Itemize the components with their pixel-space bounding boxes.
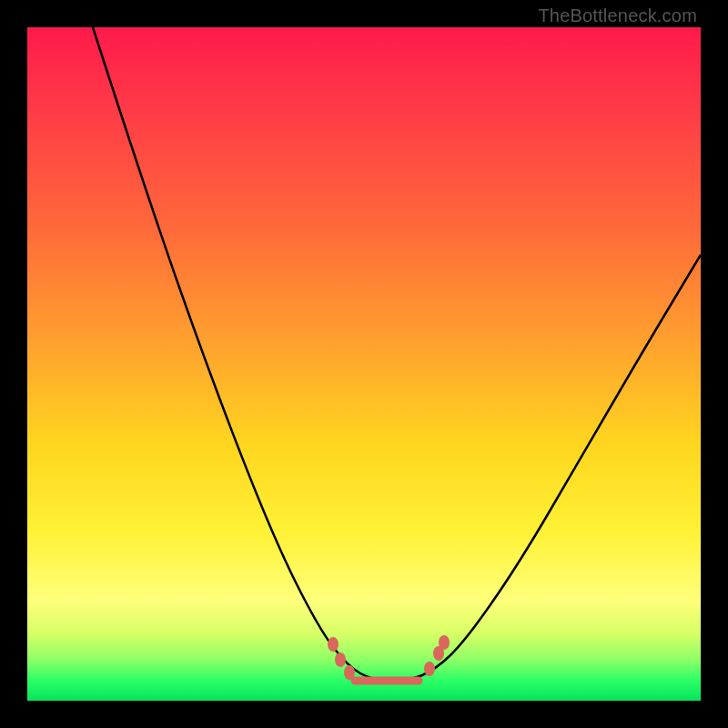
left-marker-cluster [328, 637, 355, 680]
marker-dot [328, 637, 339, 652]
marker-dot [439, 635, 450, 650]
curve-layer [27, 27, 701, 701]
marker-dot [424, 662, 435, 676]
watermark-text: TheBottleneck.com [538, 5, 697, 26]
marker-dot [344, 665, 355, 680]
plot-area [27, 27, 701, 701]
bottleneck-curve [93, 27, 701, 681]
right-marker-cluster [424, 635, 450, 676]
marker-dot [335, 652, 346, 667]
chart-frame: TheBottleneck.com [0, 0, 728, 728]
